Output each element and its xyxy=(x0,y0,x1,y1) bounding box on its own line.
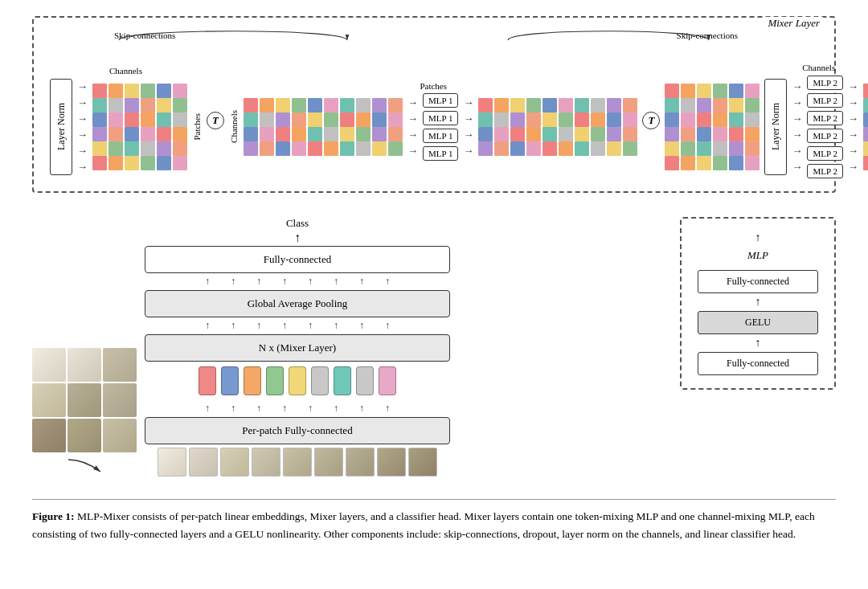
mlp2-column: MLP 2 MLP 2 MLP 2 MLP 2 MLP 2 MLP 2 xyxy=(807,76,842,178)
orig-patch-1 xyxy=(32,348,66,382)
mlp-fc-top-box: Fully-connected xyxy=(698,270,818,293)
transpose-2: T xyxy=(642,112,660,129)
input-arrows: → → → → → → xyxy=(77,80,88,174)
skip-connections-label-1: Skip-connections xyxy=(114,31,175,40)
caption-text: MLP-Mixer consists of per-patch linear e… xyxy=(32,510,815,540)
original-image-grid xyxy=(32,348,137,452)
orig-patch-9 xyxy=(103,419,137,452)
input-section: Channels Layer Norm → → → → → xyxy=(50,66,202,175)
patches-label-rotated: Patches xyxy=(192,113,202,141)
layer-norm-box-2: Layer Norm xyxy=(764,79,787,175)
token-9 xyxy=(379,366,396,395)
mlp-arrow-between-2: ↑ xyxy=(755,337,761,350)
orig-patch-2 xyxy=(68,348,101,382)
figure-container: Mixer Layer Skip-connections Skip-connec… xyxy=(32,16,836,542)
fully-connected-box: Fully-connected xyxy=(145,246,450,273)
mlp1-box-3: MLP 1 xyxy=(423,129,458,143)
mlp-arrow-between-1: ↑ xyxy=(755,296,761,309)
bottom-section: Class ↑ Fully-connected ↑ ↑ ↑ ↑ ↑ ↑ ↑ ↑ xyxy=(32,217,836,480)
fully-connected-label: Fully-connected xyxy=(264,253,331,265)
mlp2-box-2: MLP 2 xyxy=(807,93,842,108)
transpose-box-1: T xyxy=(207,112,224,129)
skip-connections-label-2: Skip-connections xyxy=(677,31,738,40)
middle-section: Patches Channels xyxy=(229,81,637,161)
patch-img-4 xyxy=(252,448,280,477)
input-stripe-grid xyxy=(92,84,187,170)
mlp-fc-top-label: Fully-connected xyxy=(727,276,789,287)
from-mlp1-arrows: → → → → xyxy=(463,96,473,157)
patch-tokens-row xyxy=(199,366,396,395)
patch-img-8 xyxy=(377,448,406,477)
left-arch-section: Class ↑ Fully-connected ↑ ↑ ↑ ↑ ↑ ↑ ↑ ↑ xyxy=(32,217,450,480)
layer-norm-box-1: Layer Norm xyxy=(50,79,72,175)
mlp-top-arrow: ↑ xyxy=(755,231,761,244)
mlp1-box-4: MLP 1 xyxy=(423,146,458,161)
token-6 xyxy=(311,366,329,395)
transpose-box-2: T xyxy=(642,112,660,129)
mixer-layer-diagram: Mixer Layer Skip-connections Skip-connec… xyxy=(32,16,836,193)
mlp-detail-box: ↑ MLP Fully-connected ↑ GELU ↑ Fully-con… xyxy=(680,217,836,390)
curve-arrow-svg xyxy=(64,456,104,480)
mixer-layer-label: Mixer Layer xyxy=(764,17,823,30)
mixer-layer-n-label: N x (Mixer Layer) xyxy=(259,342,336,354)
layer-norm-label-1: Layer Norm xyxy=(55,104,68,151)
to-mlp2-arrows: → → → → → → xyxy=(792,80,802,174)
global-avg-pooling-label: Global Average Pooling xyxy=(248,297,348,309)
token-5 xyxy=(289,366,306,395)
output-section: Channels Layer Norm xyxy=(665,63,868,178)
up-arrows-pooling: ↑ ↑ ↑ ↑ ↑ ↑ ↑ ↑ xyxy=(205,276,390,288)
patches-label-top: Patches xyxy=(420,81,447,91)
patch-items-row xyxy=(158,448,437,477)
layer-norm-label-2: Layer Norm xyxy=(770,104,782,151)
transpose-1: T xyxy=(207,112,224,129)
per-patch-label: Per-patch Fully-connected xyxy=(242,424,352,436)
token-2 xyxy=(221,366,239,395)
patch-img-5 xyxy=(283,448,312,477)
mlp1-column: MLP 1 MLP 1 MLP 1 MLP 1 xyxy=(423,93,458,161)
to-mlp1-arrows: → → → → xyxy=(407,96,418,157)
top-inner: Channels Layer Norm → → → → → xyxy=(50,47,818,178)
mlp-fc-bottom-box: Fully-connected xyxy=(698,352,818,375)
orig-patch-5 xyxy=(68,383,101,417)
final-stripe-grid xyxy=(863,84,868,170)
middle-grid-row: Channels xyxy=(229,93,637,161)
original-image-section xyxy=(32,348,137,480)
from-mlp2-arrows: → → → → → → xyxy=(848,80,858,174)
mlp-gelu-label: GELU xyxy=(745,317,771,328)
orig-patch-8 xyxy=(68,419,101,452)
mlp-detail-title: MLP xyxy=(747,249,768,262)
token-1 xyxy=(199,366,216,395)
patch-img-1 xyxy=(158,448,186,477)
mlp2-box-6: MLP 2 xyxy=(807,164,842,178)
mixer-layer-box: N x (Mixer Layer) xyxy=(145,334,450,362)
channels-label: Channels xyxy=(109,66,142,76)
middle-stripe-grid xyxy=(244,98,403,156)
arrow-up-class: ↑ xyxy=(294,231,301,244)
patch-img-2 xyxy=(189,448,218,477)
mlp-fc-bottom-label: Fully-connected xyxy=(727,358,789,369)
channels-label-2: Channels xyxy=(229,110,239,143)
caption-bold: Figure 1: xyxy=(32,510,75,522)
mlp2-box-1: MLP 2 xyxy=(807,76,842,90)
mlp2-box-3: MLP 2 xyxy=(807,111,842,125)
output-stripe-grid xyxy=(665,84,760,170)
output-grid-row: Layer Norm → → → → → → M xyxy=(665,76,868,178)
mlp2-box-4: MLP 2 xyxy=(807,129,842,143)
mlp2-box-5: MLP 2 xyxy=(807,146,842,161)
channels-label-3: Channels xyxy=(802,63,835,72)
patch-img-3 xyxy=(220,448,249,477)
mlp1-box-2: MLP 1 xyxy=(423,111,458,125)
per-patch-box: Per-patch Fully-connected xyxy=(145,417,450,444)
class-label: Class xyxy=(286,217,309,230)
input-grid-row: Layer Norm → → → → → → xyxy=(50,79,202,175)
token-8 xyxy=(356,366,374,395)
patch-img-9 xyxy=(408,448,437,477)
middle-out-stripe xyxy=(478,98,637,156)
token-4 xyxy=(266,366,284,395)
mlp1-box-1: MLP 1 xyxy=(423,93,458,108)
main-architecture: Class ↑ Fully-connected ↑ ↑ ↑ ↑ ↑ ↑ ↑ ↑ xyxy=(145,217,450,480)
orig-patch-3 xyxy=(103,348,137,382)
orig-patch-7 xyxy=(32,419,66,452)
mlp-gelu-box: GELU xyxy=(698,311,818,334)
patch-img-6 xyxy=(314,448,343,477)
